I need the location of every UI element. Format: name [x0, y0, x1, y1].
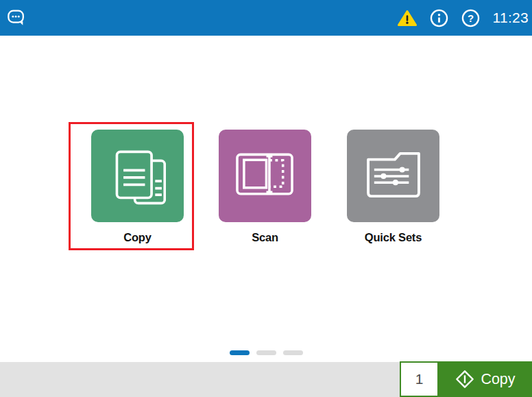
copy-app-tile[interactable]	[91, 130, 184, 222]
start-diamond-icon	[455, 370, 474, 389]
status-bar: ? 11:23	[0, 0, 532, 36]
page-pill-1[interactable]	[230, 350, 250, 355]
start-button-label: Copy	[481, 371, 515, 388]
copy-documents-icon	[110, 144, 166, 208]
quick-sets-app-tile[interactable]	[347, 130, 439, 222]
scan-app-tile[interactable]	[219, 130, 311, 222]
start-copy-button[interactable]: Copy	[439, 361, 532, 397]
copies-count-value: 1	[415, 371, 424, 387]
printer-home-screen: ? 11:23 Copy	[0, 0, 532, 397]
page-pill-3[interactable]	[283, 350, 303, 355]
copy-app: Copy	[91, 130, 184, 244]
scan-app-label: Scan	[219, 231, 311, 244]
clock-time: 11:23	[493, 10, 529, 26]
page-pill-2[interactable]	[256, 350, 276, 355]
scan-app: Scan	[219, 130, 311, 244]
help-icon[interactable]: ?	[461, 9, 480, 27]
chat-bubble-icon[interactable]	[7, 8, 26, 27]
quick-sets-folder-icon	[365, 151, 422, 202]
copies-count-field[interactable]: 1	[400, 361, 439, 397]
scanner-flatbed-icon	[236, 153, 294, 200]
page-indicator	[0, 350, 532, 355]
quick-sets-app: Quick Sets	[347, 130, 439, 244]
info-icon[interactable]	[430, 9, 448, 27]
warning-triangle-icon[interactable]	[398, 10, 417, 27]
quick-sets-app-label: Quick Sets	[347, 231, 439, 244]
copy-app-label: Copy	[91, 231, 184, 244]
svg-text:?: ?	[467, 12, 473, 23]
